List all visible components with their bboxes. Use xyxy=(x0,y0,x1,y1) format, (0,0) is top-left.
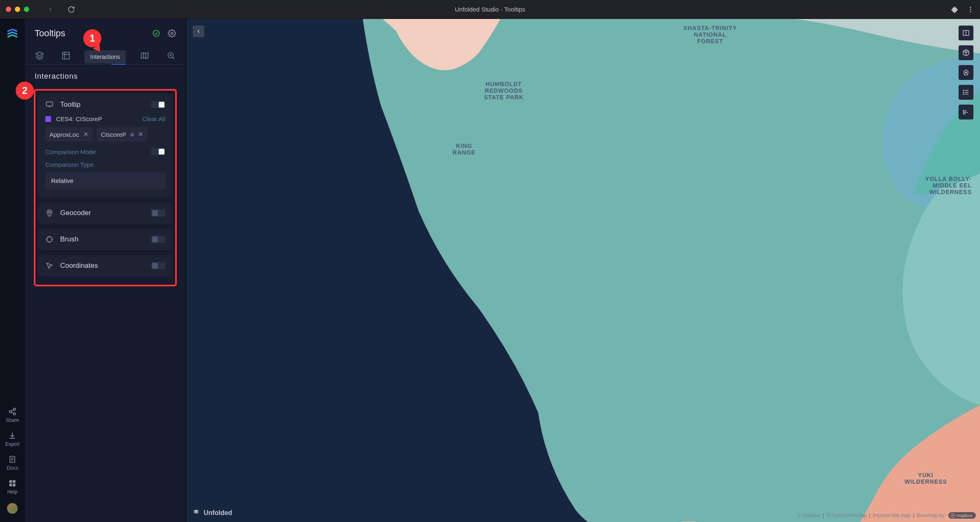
extensions-icon[interactable] xyxy=(951,6,959,13)
svg-point-11 xyxy=(153,30,159,37)
status-ok-icon xyxy=(152,29,160,37)
map-brand: Unfolded xyxy=(192,509,232,517)
rail-export[interactable]: Export xyxy=(5,431,20,447)
map-label-humboldt: HUMBOLDT REDWOODS STATE PARK xyxy=(484,81,523,101)
svg-point-24 xyxy=(963,90,964,91)
tab-tooltip-popover: Interactions xyxy=(84,50,126,63)
app-logo[interactable] xyxy=(5,27,19,41)
chip-label: ApproxLoc xyxy=(49,131,79,138)
svg-point-3 xyxy=(14,408,16,410)
charts-button[interactable] xyxy=(959,105,973,119)
chip-remove-icon[interactable]: ✕ xyxy=(138,131,143,138)
dataset-name: CES4: CIScoreP xyxy=(56,115,102,122)
map-right-rail xyxy=(959,26,973,119)
svg-rect-7 xyxy=(9,480,12,483)
comparison-type-label: Comparison Type xyxy=(45,161,165,168)
svg-marker-13 xyxy=(36,52,43,56)
coordinates-card: Coordinates xyxy=(38,255,173,276)
brush-toggle[interactable] xyxy=(151,236,165,243)
cursor-icon xyxy=(45,262,54,270)
tooltip-label: Tooltip xyxy=(60,101,80,109)
svg-point-17 xyxy=(49,211,51,213)
svg-rect-10 xyxy=(13,484,16,487)
mapbox-logo[interactable]: mapbox xyxy=(948,512,976,519)
window-titlebar: Unfolded Studio - Tooltips xyxy=(0,0,980,19)
geocoder-card: Geocoder xyxy=(38,202,173,224)
tooltip-toggle[interactable] xyxy=(151,101,165,108)
pin-icon xyxy=(45,209,54,217)
legend-button[interactable] xyxy=(959,85,973,100)
back-button[interactable] xyxy=(46,5,56,14)
rail-help-label: Help xyxy=(7,489,18,495)
coordinates-toggle[interactable] xyxy=(151,262,165,269)
svg-point-5 xyxy=(14,413,16,415)
reload-button[interactable] xyxy=(66,5,76,14)
tab-basemap[interactable] xyxy=(134,47,155,64)
collapse-panel-button[interactable] xyxy=(193,26,204,37)
close-window-button[interactable] xyxy=(6,7,11,12)
attr-improve[interactable]: Improve this map xyxy=(873,513,911,518)
target-icon xyxy=(45,235,54,243)
attr-basemap: Basemap by: xyxy=(917,513,946,518)
section-title: Interactions xyxy=(35,72,177,81)
map-label-king: KING RANGE xyxy=(452,143,476,156)
tooltip-card: Tooltip CES4: CIScoreP Clear All ApproxL… xyxy=(38,94,173,197)
window-controls xyxy=(6,7,29,12)
geocoder-label: Geocoder xyxy=(60,209,91,217)
chip-remove-icon[interactable]: ✕ xyxy=(83,131,89,138)
window-title: Unfolded Studio - Tooltips xyxy=(455,6,525,13)
tab-columns[interactable] xyxy=(56,47,76,64)
rail-share[interactable]: Share xyxy=(6,407,19,423)
svg-rect-16 xyxy=(47,102,53,106)
svg-rect-14 xyxy=(62,52,69,59)
comparison-mode-label: Comparison Mode xyxy=(45,148,96,155)
tab-layers[interactable] xyxy=(29,47,50,64)
svg-point-2 xyxy=(970,11,971,12)
attr-mapbox[interactable]: © Mapbox xyxy=(798,513,821,518)
brush-label: Brush xyxy=(60,235,78,243)
svg-rect-9 xyxy=(9,484,12,487)
user-avatar[interactable] xyxy=(7,503,18,514)
map-label-shasta: SHASTA-TRINITY NATIONAL FOREST xyxy=(683,25,737,44)
chip-label: CIscoreP xyxy=(101,131,127,138)
map-label-yolla: YOLLA BOLLY- MIDDLE EEL WILDERNESS xyxy=(925,176,972,195)
svg-point-0 xyxy=(970,7,971,8)
annotation-callout-1: 1 xyxy=(83,29,101,47)
field-chip[interactable]: ApproxLoc ✕ xyxy=(45,127,93,141)
map-label-yuki: YUKI WILDERNESS xyxy=(905,472,947,485)
tooltip-icon xyxy=(45,101,54,109)
rail-docs-label: Docs xyxy=(7,465,18,471)
clear-all-button[interactable]: Clear All xyxy=(142,115,165,122)
tab-analytics[interactable] xyxy=(161,47,181,64)
coordinates-label: Coordinates xyxy=(60,262,98,270)
comparison-type-value: Relative xyxy=(51,177,73,184)
svg-rect-8 xyxy=(13,480,16,483)
svg-point-1 xyxy=(970,9,971,10)
svg-point-26 xyxy=(963,94,964,95)
more-menu-icon[interactable] xyxy=(967,6,974,13)
annotation-highlight-box: Tooltip CES4: CIScoreP Clear All ApproxL… xyxy=(34,89,177,286)
minimize-window-button[interactable] xyxy=(15,7,20,12)
comparison-mode-toggle[interactable] xyxy=(151,148,165,155)
attr-osm[interactable]: © OpenStreetMap xyxy=(827,513,867,518)
field-chip[interactable]: CIscoreP # ✕ xyxy=(97,127,148,141)
geo-button[interactable] xyxy=(959,65,973,80)
comparison-type-select[interactable]: Relative xyxy=(45,172,165,189)
geocoder-toggle[interactable] xyxy=(151,209,165,217)
brush-card: Brush xyxy=(38,229,173,250)
dataset-color-swatch xyxy=(45,116,51,122)
svg-point-18 xyxy=(47,236,52,242)
3d-view-button[interactable] xyxy=(959,45,973,60)
rail-help[interactable]: Help xyxy=(7,479,18,495)
svg-point-12 xyxy=(171,33,173,35)
svg-point-25 xyxy=(963,92,964,93)
svg-point-4 xyxy=(9,411,12,413)
map-canvas[interactable]: SHASTA-TRINITY NATIONAL FOREST HUMBOLDT … xyxy=(186,19,980,522)
maximize-window-button[interactable] xyxy=(24,7,29,12)
chip-type-icon: # xyxy=(130,131,134,138)
rail-docs[interactable]: Docs xyxy=(7,455,18,471)
map-svg xyxy=(186,19,980,522)
annotation-callout-2: 2 xyxy=(16,82,34,100)
settings-icon[interactable] xyxy=(168,29,176,37)
split-view-button[interactable] xyxy=(959,26,973,40)
